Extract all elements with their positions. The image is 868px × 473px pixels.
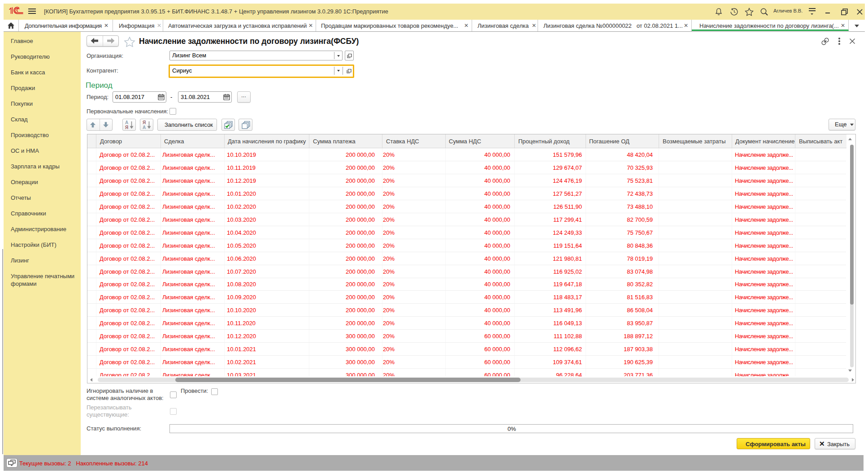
- svg-text:Я: Я: [125, 125, 128, 129]
- svg-text:А: А: [143, 125, 146, 129]
- svg-text:Я: Я: [143, 120, 146, 125]
- svg-text:А: А: [125, 120, 128, 125]
